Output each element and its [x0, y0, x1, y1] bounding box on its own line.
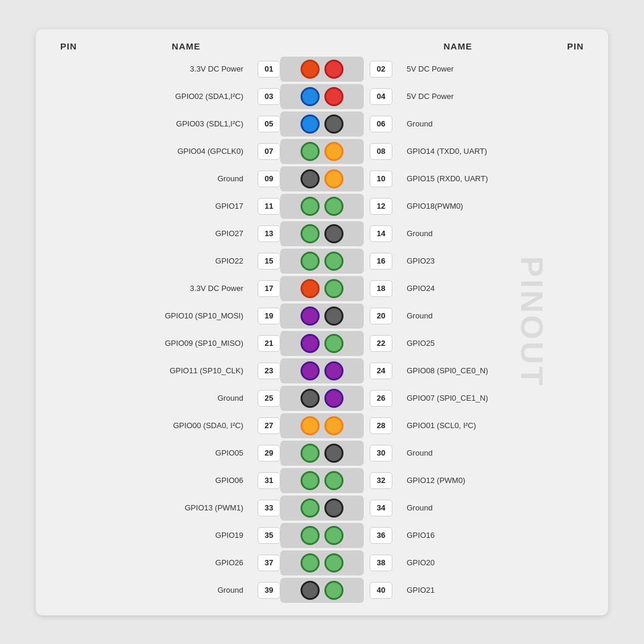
center-connector [280, 166, 364, 191]
header-right-name: NAME [361, 41, 555, 51]
center-connector [280, 304, 364, 329]
left-side: GPIO17 11 [42, 198, 280, 215]
table-row: GPIO13 (PWM1) 33 34 Ground [42, 495, 602, 521]
left-dot [301, 60, 320, 79]
left-side: Ground 39 [42, 582, 280, 599]
right-pin-number: 24 [370, 363, 392, 379]
right-side: 26 GPIO07 (SPI0_CE1_N) [364, 390, 602, 407]
right-pin-name: 5V DC Power [407, 92, 454, 101]
right-side: 14 Ground [364, 225, 602, 242]
right-dot [324, 416, 343, 435]
left-pin-name: GPIO00 (SDA0, I²C) [173, 421, 243, 430]
right-dot [324, 252, 343, 271]
right-dot [324, 526, 343, 545]
left-dot [301, 142, 320, 161]
right-pin-number: 02 [370, 61, 392, 78]
table-row: Ground 25 26 GPIO07 (SPI0_CE1_N) [42, 385, 602, 411]
table-row: GPIO10 (SP10_MOSI) 19 20 Ground [42, 303, 602, 329]
table-row: GPIO03 (SDL1,I²C) 05 06 Ground [42, 111, 602, 137]
left-side: Ground 09 [42, 171, 280, 187]
right-side: 24 GPIO08 (SPI0_CE0_N) [364, 363, 602, 379]
table-row: GPIO27 13 14 Ground [42, 221, 602, 247]
right-dot [324, 389, 343, 408]
pin-rows: 3.3V DC Power 01 02 5V DC Power GPIO02 (… [42, 56, 602, 603]
left-pin-name: GPIO02 (SDA1,I²C) [175, 92, 243, 101]
right-pin-name: GPIO16 [407, 531, 435, 540]
left-side: 3.3V DC Power 17 [42, 280, 280, 297]
right-dot [324, 444, 343, 463]
table-row: GPIO05 29 30 Ground [42, 440, 602, 466]
left-pin-number: 07 [258, 143, 280, 160]
right-dot [324, 499, 343, 518]
table-row: GPIO06 31 32 GPIO12 (PWM0) [42, 467, 602, 494]
right-pin-number: 36 [370, 527, 392, 544]
left-pin-number: 31 [258, 472, 280, 489]
right-dot [324, 114, 343, 134]
right-pin-number: 06 [370, 116, 392, 132]
left-dot [301, 252, 320, 271]
right-side: 08 GPIO14 (TXD0, UART) [364, 143, 602, 160]
right-dot [324, 334, 343, 353]
table-row: GPIO09 (SP10_MISO) 21 22 GPIO25 [42, 330, 602, 357]
header-row: PIN NAME NAME PIN [42, 41, 602, 51]
left-pin-number: 27 [258, 417, 280, 434]
left-side: GPIO06 31 [42, 472, 280, 489]
left-pin-name: GPIO13 (PWM1) [185, 503, 243, 512]
left-pin-number: 25 [258, 390, 280, 407]
left-side: GPIO19 35 [42, 527, 280, 544]
pinout-card: PINOUT PIN NAME NAME PIN 3.3V DC Power 0… [36, 29, 608, 615]
right-pin-number: 16 [370, 253, 392, 270]
left-dot [301, 114, 320, 134]
table-row: 3.3V DC Power 17 18 GPIO24 [42, 275, 602, 302]
right-dot [324, 581, 343, 600]
header-right-pin: PIN [555, 41, 596, 51]
right-pin-name: GPIO24 [407, 284, 435, 293]
center-connector [280, 57, 364, 82]
right-pin-name: GPIO12 (PWM0) [407, 476, 465, 485]
right-side: 32 GPIO12 (PWM0) [364, 472, 602, 489]
right-pin-name: GPIO20 [407, 558, 435, 567]
right-pin-number: 38 [370, 555, 392, 571]
right-pin-number: 20 [370, 308, 392, 324]
left-side: GPIO11 (SP10_CLK) 23 [42, 363, 280, 379]
right-side: 30 Ground [364, 445, 602, 462]
left-pin-number: 19 [258, 308, 280, 324]
right-pin-name: GPIO21 [407, 586, 435, 595]
center-connector [280, 249, 364, 274]
left-side: GPIO13 (PWM1) 33 [42, 500, 280, 516]
left-side: GPIO04 (GPCLK0) 07 [42, 143, 280, 160]
right-pin-number: 12 [370, 198, 392, 215]
left-side: GPIO05 29 [42, 445, 280, 462]
left-pin-number: 23 [258, 363, 280, 379]
right-side: 18 GPIO24 [364, 280, 602, 297]
right-pin-number: 22 [370, 335, 392, 352]
table-row: 3.3V DC Power 01 02 5V DC Power [42, 56, 602, 82]
center-connector [280, 441, 364, 466]
left-dot [301, 306, 320, 326]
table-row: GPIO22 15 16 GPIO23 [42, 248, 602, 274]
right-side: 28 GPIO01 (SCL0, I²C) [364, 417, 602, 434]
table-row: Ground 39 40 GPIO21 [42, 577, 602, 603]
left-side: GPIO03 (SDL1,I²C) 05 [42, 116, 280, 132]
left-dot [301, 416, 320, 435]
left-pin-number: 05 [258, 116, 280, 132]
left-pin-name: GPIO04 (GPCLK0) [177, 147, 243, 156]
left-pin-number: 35 [258, 527, 280, 544]
right-dot [324, 279, 343, 298]
left-pin-number: 33 [258, 500, 280, 516]
center-connector [280, 523, 364, 548]
right-side: 04 5V DC Power [364, 88, 602, 105]
right-dot [324, 87, 343, 106]
left-dot [301, 444, 320, 463]
left-dot [301, 224, 320, 243]
left-dot [301, 581, 320, 600]
center-connector [280, 221, 364, 246]
center-connector [280, 112, 364, 137]
table-row: GPIO02 (SDA1,I²C) 03 04 5V DC Power [42, 83, 602, 110]
right-pin-name: Ground [407, 503, 432, 512]
right-dot [324, 553, 343, 572]
left-pin-number: 17 [258, 280, 280, 297]
right-dot [324, 197, 343, 216]
left-side: GPIO22 15 [42, 253, 280, 270]
right-pin-name: GPIO23 [407, 256, 435, 265]
